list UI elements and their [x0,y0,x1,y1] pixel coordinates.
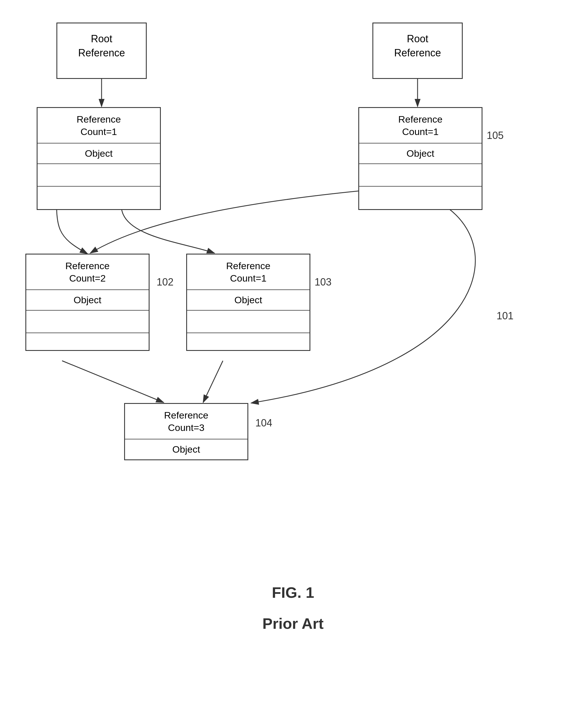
node-top-right-object: Object [359,144,482,164]
node-mid-left-count: ReferenceCount=2 [26,255,149,290]
node-top-right-count: ReferenceCount=1 [359,108,482,144]
root-reference-1: Root Reference [56,23,147,79]
node-top-right-ptr2 [359,187,482,209]
node-mid-left-ptr1 [26,311,149,333]
node-top-left-ptr1 [38,164,160,187]
label-101: 101 [496,310,513,322]
node-top-left: ReferenceCount=1 Object [37,107,161,210]
node-mid-left: ReferenceCount=2 Object [25,254,149,351]
node-bottom-count: ReferenceCount=3 [125,404,247,439]
node-mid-right-count: ReferenceCount=1 [187,255,310,290]
node-top-left-object: Object [38,144,160,164]
label-102: 102 [156,276,173,288]
node-mid-left-ptr2 [26,333,149,350]
node-mid-right-ptr2 [187,333,310,350]
svg-line-3 [62,361,164,402]
root-reference-1-label: Root Reference [69,32,135,60]
node-top-left-count: ReferenceCount=1 [38,108,160,144]
node-top-left-ptr2 [38,187,160,209]
node-mid-right-ptr1 [187,311,310,333]
root-reference-2-label: Root Reference [385,32,450,60]
node-top-right: ReferenceCount=1 Object [358,107,483,210]
node-bottom: ReferenceCount=3 Object [124,403,248,460]
node-mid-right: ReferenceCount=1 Object [186,254,310,351]
node-bottom-object: Object [125,439,247,460]
node-mid-right-object: Object [187,290,310,311]
node-mid-left-object: Object [26,290,149,311]
label-104: 104 [255,417,272,429]
root-reference-2: Root Reference [372,23,463,79]
node-top-right-ptr1 [359,164,482,187]
prior-art-label: Prior Art [0,615,586,632]
svg-line-4 [203,361,223,402]
figure-label: FIG. 1 [0,584,586,601]
label-105: 105 [487,130,504,141]
label-103: 103 [315,276,332,288]
